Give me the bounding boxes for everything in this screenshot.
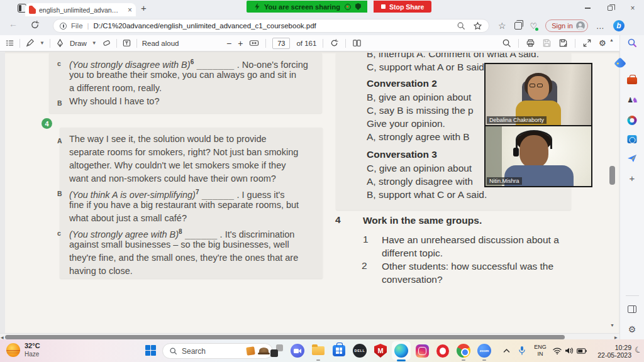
browser-essentials-icon[interactable]: ♡	[530, 22, 538, 30]
volume-icon[interactable]	[565, 347, 574, 354]
instagram-icon[interactable]	[414, 343, 430, 358]
microsoft-store-icon[interactable]	[331, 343, 347, 358]
vertical-scrollbar-thumb[interactable]	[609, 166, 615, 185]
stop-share-button[interactable]: Stop Share	[374, 1, 431, 13]
battery-icon[interactable]	[577, 348, 587, 354]
address-scheme: File	[71, 22, 83, 30]
draw-pen-icon[interactable]	[55, 38, 65, 48]
favorites-icon[interactable]: ☆	[498, 21, 506, 30]
dialogue-text: want and non-smokers could have their ow…	[69, 173, 276, 184]
window-close-button[interactable]: ×	[621, 0, 644, 16]
dialogue-text: a different room, really.	[69, 83, 162, 93]
window-minimize-button[interactable]	[576, 0, 599, 16]
edge-taskbar-icon[interactable]	[394, 343, 409, 358]
subtask-number: 2	[362, 260, 367, 272]
sidebar-microsoft365-icon[interactable]	[628, 116, 637, 125]
sidebar-customize-icon[interactable]: +	[630, 173, 635, 184]
copilot-icon[interactable]: b	[613, 20, 625, 31]
page-number-input[interactable]	[272, 38, 290, 49]
address-separator: |	[87, 22, 89, 30]
read-aloud-button[interactable]: Read aloud	[142, 40, 179, 47]
dell-app-icon[interactable]: DELL	[352, 343, 367, 358]
info-icon[interactable]	[60, 23, 67, 30]
horizontal-scrollbar[interactable]: ◀ ▶	[0, 333, 619, 339]
security-shield-icon[interactable]	[355, 3, 361, 10]
page-total-label: of 161	[296, 40, 316, 47]
fullscreen-icon[interactable]	[582, 38, 592, 48]
sidebar-search-icon[interactable]	[627, 38, 637, 48]
mcafee-icon[interactable]: M	[373, 343, 388, 358]
zoom-app-icon[interactable]: zoom	[477, 343, 492, 358]
sidebar-outlook-icon[interactable]	[628, 135, 637, 143]
sidebar-drop-icon[interactable]	[627, 154, 637, 163]
weather-widget[interactable]: 32°C Haze	[6, 342, 40, 358]
tab-close-icon[interactable]: ×	[128, 6, 132, 14]
start-button[interactable]	[145, 345, 156, 356]
zoom-in-button[interactable]: +	[238, 38, 243, 48]
task-view-button[interactable]	[269, 343, 284, 358]
fit-to-width-icon[interactable]	[249, 38, 259, 48]
sign-in-label: Sign in	[552, 22, 573, 30]
sidebar-settings-gear-icon[interactable]: ⚙	[628, 324, 636, 334]
save-as-icon[interactable]	[558, 38, 568, 48]
text-selection-icon[interactable]	[122, 38, 131, 48]
do-not-disturb-moon-icon[interactable]: ☾	[633, 344, 643, 356]
save-icon[interactable]	[542, 38, 552, 48]
sign-in-button[interactable]: Sign in	[545, 19, 588, 32]
table-of-contents-icon[interactable]	[5, 38, 14, 48]
instruction-text: Give your opinion.	[367, 118, 445, 130]
scroll-right-arrow[interactable]: ▶	[614, 335, 618, 339]
weather-haze-icon	[6, 343, 20, 357]
sidebar-tools-icon[interactable]	[627, 77, 637, 84]
zoom-out-button[interactable]: −	[226, 38, 231, 48]
hidden-icons-chevron[interactable]	[503, 348, 510, 353]
chrome-icon[interactable]	[456, 343, 471, 358]
browser-tab[interactable]: english_unlimited_advanced_c1_c ×	[25, 3, 136, 16]
microphone-tray-icon[interactable]	[518, 346, 526, 356]
wifi-icon[interactable]	[553, 348, 562, 354]
scrollbar-down-arrow[interactable]: ▼	[610, 323, 614, 327]
recording-indicator-icon[interactable]	[345, 4, 351, 10]
highlighter-dropdown-icon[interactable]: ▼	[40, 40, 45, 46]
address-bar[interactable]: File | D:/C1%20advanced/english_unlimite…	[53, 19, 489, 33]
back-button[interactable]: ←	[9, 19, 18, 29]
highlighter-icon[interactable]	[25, 38, 35, 48]
language-indicator[interactable]: ENG IN	[532, 344, 548, 358]
participant-name-label: Nitin.Mishra	[487, 177, 522, 185]
search-daily-icon-books	[246, 346, 255, 356]
pdf-settings-gear-icon[interactable]: ⚙	[599, 38, 606, 48]
zoom-page-icon[interactable]	[457, 21, 465, 30]
horizontal-scrollbar-thumb[interactable]	[5, 335, 565, 339]
instruction-text: B, support what C or A said.	[367, 189, 487, 201]
print-icon[interactable]	[526, 38, 535, 48]
new-tab-button[interactable]: +	[141, 3, 147, 13]
file-explorer-icon[interactable]	[311, 343, 326, 358]
opera-icon[interactable]	[435, 343, 450, 358]
settings-menu-icon[interactable]: …	[596, 21, 605, 31]
window-restore-button[interactable]	[599, 0, 621, 16]
video-meeting-app-icon[interactable]	[290, 343, 305, 358]
dialogue-text: they're fine, and the small ones, they'r…	[69, 253, 298, 263]
dialogue-text: fine if you have a big restaurant with s…	[69, 200, 299, 210]
clipped-instruction-line: B, interrupt A. Comment on what A said.	[367, 53, 539, 61]
refresh-button[interactable]	[30, 20, 40, 30]
sidebar-toggle-icon[interactable]	[628, 305, 636, 313]
draw-dropdown-icon[interactable]: ▼	[92, 40, 97, 46]
rotate-icon[interactable]	[330, 38, 339, 48]
eraser-icon[interactable]	[102, 38, 111, 48]
favorite-this-page-icon[interactable]	[473, 21, 482, 31]
search-document-icon[interactable]	[502, 38, 511, 48]
scroll-left-arrow[interactable]: ◀	[1, 335, 4, 339]
taskbar-clock[interactable]: 10:29 22-05-2023	[590, 344, 631, 359]
collections-icon[interactable]	[514, 22, 522, 30]
draw-label[interactable]: Draw	[70, 40, 87, 47]
taskbar-search[interactable]: Search	[162, 343, 273, 359]
browser-navbar: ← File | D:/C1%20advanced/english_unlimi…	[0, 16, 644, 35]
participant-video-2[interactable]: Nitin.Mishra	[486, 125, 591, 186]
dialogue-text: against small businesses – so the big bu…	[69, 239, 289, 250]
task-number: 4	[335, 214, 341, 226]
scrollbar-up-arrow[interactable]: ▲	[609, 38, 614, 42]
sidebar-games-icon[interactable]: ♟♞	[627, 96, 637, 104]
participant-video-1[interactable]: Debalina Chakraborty	[486, 64, 591, 125]
page-view-icon[interactable]	[352, 38, 362, 48]
